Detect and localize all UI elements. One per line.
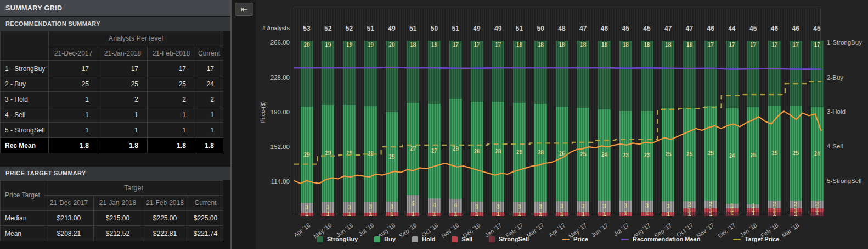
recommendation-bar[interactable]: 1725211 bbox=[704, 41, 717, 216]
segment-hold[interactable]: 4 bbox=[428, 198, 441, 213]
segment-sell[interactable]: 1 bbox=[641, 212, 653, 216]
segment-buy[interactable]: 25 bbox=[577, 108, 589, 201]
legend-item[interactable]: Buy bbox=[374, 236, 396, 242]
recommendation-bar[interactable]: 1724211 bbox=[811, 41, 824, 216]
segment-sell[interactable]: 1 bbox=[407, 213, 419, 216]
collapse-panel-button[interactable]: ⇤ bbox=[235, 3, 253, 16]
segment-sell[interactable]: 1 bbox=[322, 213, 334, 216]
legend-item[interactable]: StrongSell bbox=[489, 236, 529, 242]
recommendation-bar[interactable]: 182631 bbox=[556, 41, 568, 216]
segment-strongsell[interactable]: 1 bbox=[704, 212, 717, 216]
segment-strongsell[interactable]: 1 bbox=[747, 212, 759, 216]
recommendation-bar[interactable]: 182741 bbox=[428, 41, 441, 216]
segment-buy[interactable]: 25 bbox=[386, 112, 398, 202]
segment-strongbuy[interactable]: 17 bbox=[704, 41, 717, 106]
segment-buy[interactable]: 27 bbox=[407, 103, 419, 196]
recommendation-bar[interactable]: 1725211 bbox=[768, 41, 781, 216]
segment-strongbuy[interactable]: 17 bbox=[811, 41, 824, 107]
segment-buy[interactable]: 29 bbox=[343, 105, 356, 203]
segment-strongsell[interactable]: 1 bbox=[790, 212, 802, 216]
segment-buy[interactable]: 24 bbox=[598, 109, 611, 201]
segment-strongsell[interactable]: 1 bbox=[768, 212, 781, 216]
segment-strongbuy[interactable]: 18 bbox=[577, 41, 589, 108]
segment-buy[interactable]: 28 bbox=[534, 104, 547, 202]
segment-strongbuy[interactable]: 17 bbox=[471, 41, 483, 102]
segment-strongbuy[interactable]: 18 bbox=[662, 41, 674, 108]
recommendation-bar[interactable]: 172831 bbox=[492, 41, 504, 216]
legend-item[interactable]: Recommendation Mean bbox=[621, 236, 700, 242]
segment-strongbuy[interactable]: 18 bbox=[513, 41, 526, 103]
legend-item[interactable]: Hold bbox=[412, 236, 435, 242]
segment-buy[interactable]: 28 bbox=[471, 102, 483, 202]
segment-strongbuy[interactable]: 20 bbox=[386, 41, 398, 112]
recommendation-bar[interactable]: 182931 bbox=[513, 41, 526, 216]
segment-buy[interactable]: 29 bbox=[449, 99, 462, 198]
panel-splitter[interactable] bbox=[230, 0, 232, 249]
segment-hold[interactable]: 5 bbox=[407, 195, 419, 212]
segment-buy[interactable]: 23 bbox=[619, 111, 632, 201]
segment-sell[interactable]: 1 bbox=[534, 213, 547, 216]
segment-strongbuy[interactable]: 19 bbox=[322, 41, 334, 105]
recommendation-bar[interactable]: 182751 bbox=[407, 41, 419, 216]
segment-buy[interactable]: 25 bbox=[662, 108, 674, 201]
segment-buy[interactable]: 25 bbox=[683, 108, 696, 201]
segment-sell[interactable]: 1 bbox=[471, 212, 483, 216]
recommendation-bar[interactable]: 182331 bbox=[641, 41, 653, 216]
segment-strongbuy[interactable]: 17 bbox=[449, 41, 462, 99]
segment-buy[interactable]: 25 bbox=[768, 106, 781, 201]
segment-strongbuy[interactable]: 18 bbox=[428, 41, 441, 104]
segment-buy[interactable]: 25 bbox=[790, 106, 802, 201]
segment-strongbuy[interactable]: 17 bbox=[768, 41, 781, 106]
segment-strongbuy[interactable]: 17 bbox=[790, 41, 802, 106]
segment-buy[interactable]: 23 bbox=[641, 111, 653, 201]
recommendation-bar[interactable]: 182831 bbox=[534, 41, 547, 216]
segment-strongsell[interactable]: 1 bbox=[811, 212, 824, 216]
legend-item[interactable]: Target Price bbox=[733, 236, 779, 242]
segment-sell[interactable]: 1 bbox=[662, 212, 674, 216]
segment-buy[interactable]: 24 bbox=[726, 108, 739, 204]
recommendation-bar[interactable]: 192931 bbox=[322, 41, 334, 216]
legend-item[interactable]: StrongBuy bbox=[317, 236, 358, 242]
recommendation-bar[interactable]: 182531 bbox=[662, 41, 674, 216]
segment-strongbuy[interactable]: 17 bbox=[492, 41, 504, 102]
segment-sell[interactable]: 1 bbox=[449, 213, 462, 216]
segment-strongbuy[interactable]: 18 bbox=[683, 41, 696, 108]
segment-strongbuy[interactable]: 19 bbox=[343, 41, 356, 105]
recommendation-bar[interactable]: 1825211 bbox=[683, 41, 696, 216]
recommendation-bar[interactable]: 1725111 bbox=[747, 41, 759, 216]
recommendation-bar[interactable]: 192931 bbox=[343, 41, 356, 216]
segment-strongbuy[interactable]: 17 bbox=[747, 41, 759, 107]
segment-buy[interactable]: 28 bbox=[364, 106, 377, 202]
segment-buy[interactable]: 25 bbox=[747, 107, 759, 204]
segment-sell[interactable]: 1 bbox=[577, 212, 589, 216]
segment-sell[interactable]: 1 bbox=[556, 212, 568, 216]
segment-buy[interactable]: 25 bbox=[704, 106, 717, 201]
segment-buy[interactable]: 29 bbox=[301, 107, 313, 203]
segment-buy[interactable]: 28 bbox=[492, 102, 504, 202]
recommendation-bar[interactable]: 202931 bbox=[301, 41, 313, 216]
recommendation-bar[interactable]: 1724111 bbox=[726, 41, 739, 216]
segment-sell[interactable]: 1 bbox=[386, 212, 398, 216]
segment-strongbuy[interactable]: 18 bbox=[619, 41, 632, 111]
segment-sell[interactable]: 1 bbox=[492, 212, 504, 216]
segment-buy[interactable]: 29 bbox=[322, 105, 334, 203]
recommendation-bar[interactable]: 202531 bbox=[386, 41, 398, 216]
legend-item[interactable]: Price bbox=[562, 236, 588, 242]
segment-strongsell[interactable]: 1 bbox=[683, 212, 696, 216]
recommendation-bar[interactable]: 192831 bbox=[364, 41, 377, 216]
segment-buy[interactable]: 29 bbox=[513, 103, 526, 202]
segment-strongbuy[interactable]: 17 bbox=[726, 41, 739, 108]
recommendation-bar[interactable]: 172941 bbox=[449, 41, 462, 216]
segment-buy[interactable]: 26 bbox=[556, 107, 568, 202]
segment-strongsell[interactable]: 1 bbox=[726, 212, 739, 216]
segment-buy[interactable]: 27 bbox=[428, 104, 441, 198]
legend-item[interactable]: Sell bbox=[452, 236, 472, 242]
segment-buy[interactable]: 24 bbox=[811, 107, 824, 201]
segment-strongbuy[interactable]: 18 bbox=[407, 41, 419, 103]
recommendation-bar[interactable]: 182431 bbox=[598, 41, 611, 216]
segment-sell[interactable]: 1 bbox=[301, 213, 313, 216]
recommendation-bar[interactable]: 182531 bbox=[577, 41, 589, 216]
segment-sell[interactable]: 1 bbox=[619, 212, 632, 216]
segment-sell[interactable]: 1 bbox=[343, 213, 356, 216]
segment-hold[interactable]: 4 bbox=[449, 199, 462, 213]
